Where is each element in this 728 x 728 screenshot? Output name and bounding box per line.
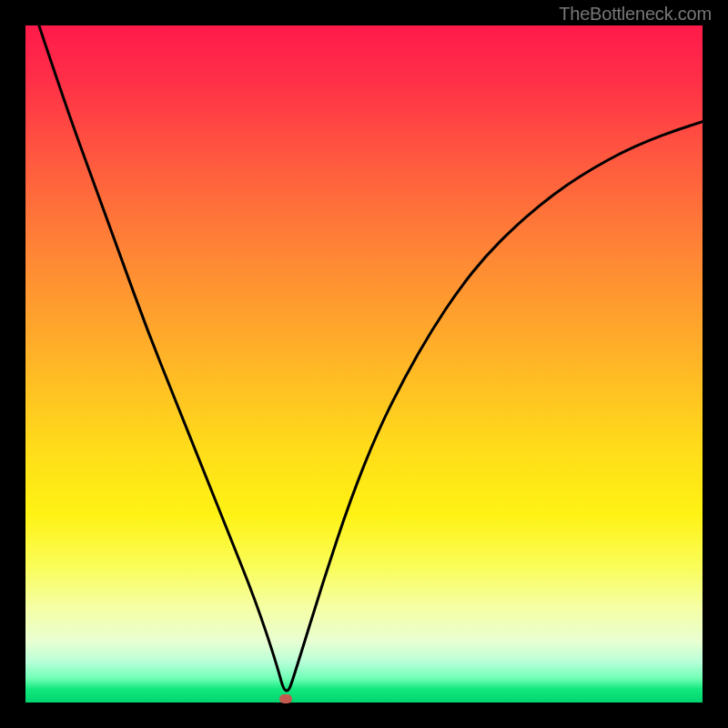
minimum-marker [279, 694, 292, 703]
chart-plot-area [25, 25, 703, 703]
watermark-text: TheBottleneck.com [559, 4, 712, 25]
bottleneck-curve [25, 25, 703, 703]
